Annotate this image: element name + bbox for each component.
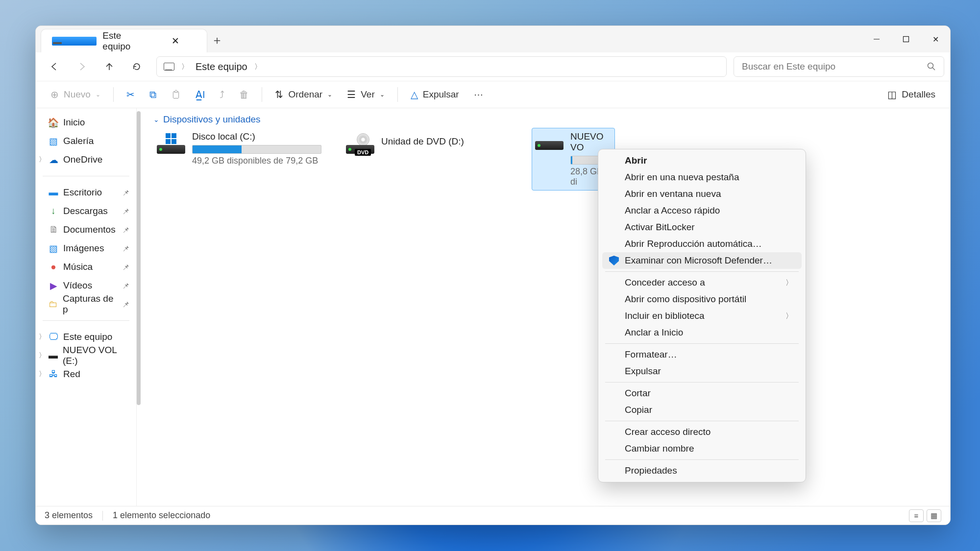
eject-button[interactable]: △ Expulsar — [405, 85, 465, 104]
tab-este-equipo[interactable]: Este equipo ✕ — [41, 29, 207, 52]
drive-title: Disco local (C:) — [192, 131, 321, 142]
chevron-right-icon: 〉 — [785, 278, 793, 287]
sidebar-onedrive[interactable]: 〉☁OneDrive — [36, 150, 136, 169]
sidebar-this-pc[interactable]: 〉🖵Este equipo — [36, 328, 136, 346]
grid-view-toggle[interactable]: ▦ — [927, 509, 941, 522]
paste-button[interactable]: 📋︎ — [165, 85, 187, 104]
sidebar-scrollbar[interactable] — [137, 111, 141, 405]
sidebar-pictures[interactable]: ▧Imágenes📌︎ — [36, 239, 136, 258]
ctx-open-new-tab[interactable]: Abrir en una nueva pestaña — [602, 169, 802, 186]
sidebar-captures[interactable]: 🗀Capturas de p📌︎ — [36, 295, 136, 313]
drive-subtitle: 49,2 GB disponibles de 79,2 GB — [192, 156, 321, 166]
minimize-button[interactable] — [862, 26, 891, 52]
ctx-copy[interactable]: Copiar — [602, 402, 802, 418]
chevron-down-icon: ⌄ — [327, 91, 332, 98]
breadcrumb-location[interactable]: Este equipo — [196, 61, 247, 72]
sidebar-videos[interactable]: ▶Vídeos📌︎ — [36, 276, 136, 295]
chevron-right-icon[interactable]: 〉 — [39, 351, 46, 360]
folder-icon: 🗀 — [49, 300, 58, 309]
cut-button[interactable]: ✂ — [121, 85, 141, 104]
maximize-button[interactable] — [891, 26, 921, 52]
search-input[interactable]: Buscar en Este equipo — [734, 56, 944, 77]
new-tab-button[interactable]: ＋ — [207, 28, 227, 52]
chevron-right-icon[interactable]: 〉 — [181, 62, 189, 72]
cloud-icon: ☁ — [49, 155, 58, 164]
drive-title: Unidad de DVD (D:) — [381, 136, 511, 147]
ctx-rename[interactable]: Cambiar nombre — [602, 440, 802, 457]
sidebar-network[interactable]: 〉🖧Red — [36, 365, 136, 383]
ctx-cut[interactable]: Cortar — [602, 385, 802, 402]
gallery-icon: ▧ — [49, 137, 58, 145]
chevron-right-icon[interactable]: 〉 — [254, 62, 262, 72]
dvd-icon: DVD — [346, 133, 374, 156]
ctx-properties[interactable]: Propiedades — [602, 462, 802, 479]
monitor-icon: 🖵 — [49, 333, 58, 341]
up-button[interactable] — [97, 57, 122, 76]
ctx-bitlocker[interactable]: Activar BitLocker — [602, 219, 802, 236]
drive-icon — [157, 133, 185, 156]
view-button[interactable]: ☰ Ver ⌄ — [341, 85, 391, 104]
address-bar[interactable]: 〉 Este equipo 〉 — [156, 56, 727, 77]
chevron-down-icon: ⌄ — [380, 91, 385, 98]
ctx-open-new-window[interactable]: Abrir en ventana nueva — [602, 186, 802, 202]
pin-icon: 📌︎ — [122, 226, 129, 234]
sidebar-desktop[interactable]: ▬Escritorio📌︎ — [36, 183, 136, 202]
share-button[interactable]: ⤴ — [214, 85, 230, 104]
sidebar-documents[interactable]: 🗎Documentos📌︎ — [36, 220, 136, 239]
sidebar-music[interactable]: ●Música📌︎ — [36, 258, 136, 276]
group-header[interactable]: ⌄ Dispositivos y unidades — [153, 114, 939, 125]
details-pane-icon: ◫ — [887, 89, 897, 100]
network-icon: 🖧 — [49, 370, 58, 379]
sort-button[interactable]: ⇅ Ordenar ⌄ — [269, 85, 338, 104]
ctx-eject[interactable]: Expulsar — [602, 363, 802, 380]
list-view-toggle[interactable]: ≡ — [909, 509, 924, 522]
ctx-format[interactable]: Formatear… — [602, 346, 802, 363]
more-button[interactable]: ⋯ — [468, 85, 489, 104]
ctx-pin-start[interactable]: Anclar a Inicio — [602, 324, 802, 341]
desktop-icon: ▬ — [49, 188, 58, 197]
ctx-defender[interactable]: Examinar con Microsoft Defender… — [602, 252, 802, 269]
drive-icon: ▬ — [49, 351, 58, 360]
ctx-portable[interactable]: Abrir como dispositivo portátil — [602, 291, 802, 308]
pin-icon: 📌︎ — [122, 300, 129, 309]
pin-icon: 📌︎ — [122, 263, 129, 271]
chevron-right-icon[interactable]: 〉 — [39, 370, 46, 379]
refresh-button[interactable] — [124, 57, 149, 76]
context-menu: Abrir Abrir en una nueva pestaña Abrir e… — [598, 149, 806, 482]
back-button[interactable] — [42, 57, 67, 76]
ctx-grant-access[interactable]: Conceder acceso a〉 — [602, 274, 802, 291]
capacity-bar — [192, 145, 321, 154]
new-button[interactable]: ⊕ Nuevo ⌄ — [45, 85, 106, 104]
chevron-right-icon[interactable]: 〉 — [39, 155, 46, 164]
forward-button[interactable] — [69, 57, 95, 76]
drive-d[interactable]: DVD Unidad de DVD (D:) — [343, 128, 514, 191]
sidebar-gallery[interactable]: ▧Galería — [36, 132, 136, 150]
ctx-shortcut[interactable]: Crear acceso directo — [602, 424, 802, 440]
search-placeholder: Buscar en Este equipo — [742, 61, 835, 72]
sidebar-new-vol[interactable]: 〉▬NUEVO VOL (E:) — [36, 346, 136, 365]
home-icon: 🏠 — [49, 118, 58, 127]
drive-c[interactable]: Disco local (C:) 49,2 GB disponibles de … — [153, 128, 325, 191]
rename-button[interactable]: A̲I — [190, 85, 211, 104]
monitor-icon — [52, 37, 97, 46]
view-icon: ☰ — [347, 89, 356, 100]
ctx-library[interactable]: Incluir en biblioteca〉 — [602, 308, 802, 324]
sidebar-downloads[interactable]: ↓Descargas📌︎ — [36, 202, 136, 220]
sidebar-home[interactable]: 🏠Inicio — [36, 113, 136, 132]
close-window-button[interactable]: ✕ — [921, 26, 950, 52]
ctx-open[interactable]: Abrir — [602, 152, 802, 169]
ctx-autoplay[interactable]: Abrir Reproducción automática… — [602, 236, 802, 252]
svg-line-3 — [932, 68, 935, 70]
details-pane-button[interactable]: ◫ Detalles — [882, 85, 941, 104]
ctx-pin-quick[interactable]: Anclar a Acceso rápido — [602, 202, 802, 219]
sort-icon: ⇅ — [275, 89, 283, 100]
navigation-bar: 〉 Este equipo 〉 Buscar en Este equipo — [36, 52, 950, 81]
copy-button[interactable]: ⧉ — [144, 85, 162, 104]
delete-button[interactable]: 🗑︎ — [233, 85, 255, 104]
item-count: 3 elementos — [45, 510, 93, 521]
plus-circle-icon: ⊕ — [50, 89, 59, 100]
shield-icon — [609, 256, 619, 265]
close-tab-icon[interactable]: ✕ — [153, 37, 198, 46]
chevron-right-icon[interactable]: 〉 — [39, 333, 46, 341]
toolbar: ⊕ Nuevo ⌄ ✂ ⧉ 📋︎ A̲I ⤴ 🗑︎ ⇅ Ordenar ⌄ ☰ … — [36, 81, 950, 108]
